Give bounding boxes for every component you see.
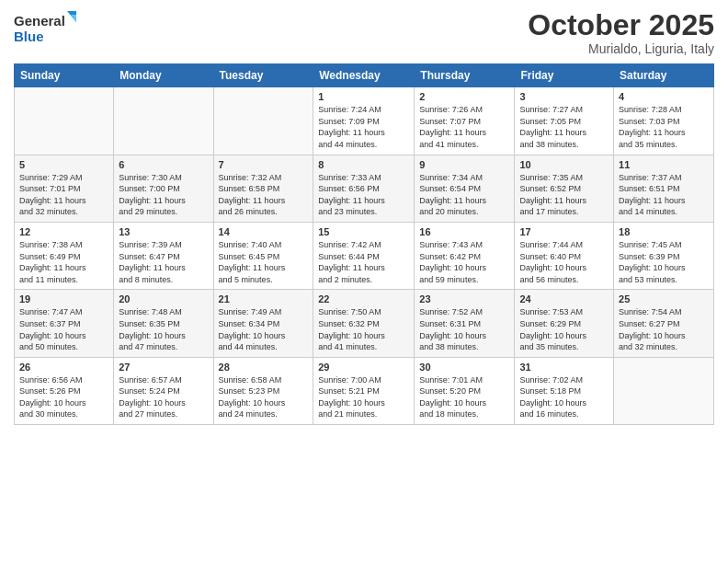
day-info: Sunrise: 7:44 AM Sunset: 6:40 PM Dayligh…: [519, 239, 609, 285]
day-number: 27: [119, 362, 208, 373]
day-number: 24: [519, 293, 609, 304]
day-number: 5: [19, 159, 108, 170]
day-info: Sunrise: 7:26 AM Sunset: 7:07 PM Dayligh…: [419, 104, 509, 150]
day-info: Sunrise: 7:00 AM Sunset: 5:21 PM Dayligh…: [318, 374, 409, 420]
day-number: 19: [19, 293, 108, 304]
day-info: Sunrise: 7:52 AM Sunset: 6:31 PM Dayligh…: [419, 306, 509, 352]
calendar-week-row: 19Sunrise: 7:47 AM Sunset: 6:37 PM Dayli…: [15, 290, 714, 357]
day-number: 31: [519, 362, 609, 373]
calendar-day-cell: 24Sunrise: 7:53 AM Sunset: 6:29 PM Dayli…: [515, 290, 614, 357]
day-info: Sunrise: 7:43 AM Sunset: 6:42 PM Dayligh…: [419, 239, 509, 285]
day-info: Sunrise: 7:38 AM Sunset: 6:49 PM Dayligh…: [19, 239, 108, 285]
day-number: 29: [318, 362, 409, 373]
calendar-day-cell: [213, 87, 313, 155]
day-number: 11: [619, 159, 709, 170]
calendar-header-row: SundayMondayTuesdayWednesdayThursdayFrid…: [15, 64, 714, 87]
day-number: 15: [318, 226, 409, 237]
day-info: Sunrise: 7:32 AM Sunset: 6:58 PM Dayligh…: [219, 172, 309, 218]
calendar-day-cell: 23Sunrise: 7:52 AM Sunset: 6:31 PM Dayli…: [415, 290, 515, 357]
title-block: October 2025 Murialdo, Liguria, Italy: [528, 9, 714, 56]
calendar-day-cell: 14Sunrise: 7:40 AM Sunset: 6:45 PM Dayli…: [213, 222, 313, 289]
calendar-table: SundayMondayTuesdayWednesdayThursdayFrid…: [14, 63, 714, 425]
logo: General Blue: [14, 9, 78, 46]
day-number: 21: [219, 293, 309, 304]
day-info: Sunrise: 7:54 AM Sunset: 6:27 PM Dayligh…: [619, 306, 709, 352]
calendar-header-cell: Wednesday: [313, 64, 415, 87]
calendar-day-cell: 9Sunrise: 7:34 AM Sunset: 6:54 PM Daylig…: [415, 155, 515, 222]
page-header: General Blue October 2025 Murialdo, Ligu…: [14, 9, 714, 56]
day-info: Sunrise: 7:45 AM Sunset: 6:39 PM Dayligh…: [619, 239, 709, 285]
calendar-header-cell: Monday: [114, 64, 213, 87]
day-number: 30: [419, 362, 509, 373]
day-number: 4: [619, 91, 709, 102]
day-number: 3: [519, 91, 609, 102]
calendar-day-cell: 27Sunrise: 6:57 AM Sunset: 5:24 PM Dayli…: [114, 357, 213, 424]
day-info: Sunrise: 7:40 AM Sunset: 6:45 PM Dayligh…: [219, 239, 309, 285]
day-info: Sunrise: 7:01 AM Sunset: 5:20 PM Dayligh…: [419, 374, 509, 420]
calendar-week-row: 5Sunrise: 7:29 AM Sunset: 7:01 PM Daylig…: [15, 155, 714, 222]
calendar-week-row: 1Sunrise: 7:24 AM Sunset: 7:09 PM Daylig…: [15, 87, 714, 155]
day-info: Sunrise: 7:29 AM Sunset: 7:01 PM Dayligh…: [19, 172, 108, 218]
logo-svg: General Blue: [14, 9, 78, 46]
day-number: 6: [119, 159, 208, 170]
calendar-day-cell: 21Sunrise: 7:49 AM Sunset: 6:34 PM Dayli…: [213, 290, 313, 357]
day-number: 28: [219, 362, 309, 373]
day-info: Sunrise: 7:27 AM Sunset: 7:05 PM Dayligh…: [519, 104, 609, 150]
calendar-week-row: 26Sunrise: 6:56 AM Sunset: 5:26 PM Dayli…: [15, 357, 714, 424]
calendar-day-cell: 11Sunrise: 7:37 AM Sunset: 6:51 PM Dayli…: [614, 155, 714, 222]
day-number: 2: [419, 91, 509, 102]
calendar-day-cell: 17Sunrise: 7:44 AM Sunset: 6:40 PM Dayli…: [515, 222, 614, 289]
calendar-body: 1Sunrise: 7:24 AM Sunset: 7:09 PM Daylig…: [15, 87, 714, 425]
day-info: Sunrise: 7:30 AM Sunset: 7:00 PM Dayligh…: [119, 172, 208, 218]
day-number: 25: [619, 293, 709, 304]
day-info: Sunrise: 7:47 AM Sunset: 6:37 PM Dayligh…: [19, 306, 108, 352]
calendar-header-cell: Thursday: [415, 64, 515, 87]
day-info: Sunrise: 7:49 AM Sunset: 6:34 PM Dayligh…: [219, 306, 309, 352]
day-info: Sunrise: 7:53 AM Sunset: 6:29 PM Dayligh…: [519, 306, 609, 352]
day-info: Sunrise: 7:42 AM Sunset: 6:44 PM Dayligh…: [318, 239, 409, 285]
day-number: 26: [19, 362, 108, 373]
svg-text:Blue: Blue: [14, 29, 44, 44]
calendar-header-cell: Sunday: [15, 64, 114, 87]
day-number: 8: [318, 159, 409, 170]
calendar-day-cell: [614, 357, 714, 424]
day-info: Sunrise: 7:34 AM Sunset: 6:54 PM Dayligh…: [419, 172, 509, 218]
calendar-header-cell: Friday: [515, 64, 614, 87]
calendar-header-cell: Tuesday: [213, 64, 313, 87]
calendar-day-cell: 4Sunrise: 7:28 AM Sunset: 7:03 PM Daylig…: [614, 87, 714, 155]
calendar-week-row: 12Sunrise: 7:38 AM Sunset: 6:49 PM Dayli…: [15, 222, 714, 289]
calendar-day-cell: 8Sunrise: 7:33 AM Sunset: 6:56 PM Daylig…: [313, 155, 415, 222]
calendar-day-cell: 16Sunrise: 7:43 AM Sunset: 6:42 PM Dayli…: [415, 222, 515, 289]
day-number: 1: [318, 91, 409, 102]
day-info: Sunrise: 6:58 AM Sunset: 5:23 PM Dayligh…: [219, 374, 309, 420]
calendar-day-cell: 15Sunrise: 7:42 AM Sunset: 6:44 PM Dayli…: [313, 222, 415, 289]
calendar-day-cell: 12Sunrise: 7:38 AM Sunset: 6:49 PM Dayli…: [15, 222, 114, 289]
day-number: 9: [419, 159, 509, 170]
calendar-day-cell: 7Sunrise: 7:32 AM Sunset: 6:58 PM Daylig…: [213, 155, 313, 222]
calendar-day-cell: 26Sunrise: 6:56 AM Sunset: 5:26 PM Dayli…: [15, 357, 114, 424]
calendar-day-cell: [114, 87, 213, 155]
day-info: Sunrise: 7:35 AM Sunset: 6:52 PM Dayligh…: [519, 172, 609, 218]
calendar-day-cell: 13Sunrise: 7:39 AM Sunset: 6:47 PM Dayli…: [114, 222, 213, 289]
calendar-day-cell: 29Sunrise: 7:00 AM Sunset: 5:21 PM Dayli…: [313, 357, 415, 424]
page-title: October 2025: [528, 9, 714, 41]
svg-text:General: General: [14, 13, 65, 29]
calendar-day-cell: 25Sunrise: 7:54 AM Sunset: 6:27 PM Dayli…: [614, 290, 714, 357]
day-number: 23: [419, 293, 509, 304]
day-info: Sunrise: 7:39 AM Sunset: 6:47 PM Dayligh…: [119, 239, 208, 285]
day-info: Sunrise: 6:57 AM Sunset: 5:24 PM Dayligh…: [119, 374, 208, 420]
day-info: Sunrise: 7:50 AM Sunset: 6:32 PM Dayligh…: [318, 306, 409, 352]
calendar-day-cell: 31Sunrise: 7:02 AM Sunset: 5:18 PM Dayli…: [515, 357, 614, 424]
day-info: Sunrise: 7:28 AM Sunset: 7:03 PM Dayligh…: [619, 104, 709, 150]
calendar-day-cell: 19Sunrise: 7:47 AM Sunset: 6:37 PM Dayli…: [15, 290, 114, 357]
day-number: 22: [318, 293, 409, 304]
page-subtitle: Murialdo, Liguria, Italy: [528, 41, 714, 56]
calendar-day-cell: 1Sunrise: 7:24 AM Sunset: 7:09 PM Daylig…: [313, 87, 415, 155]
day-info: Sunrise: 7:37 AM Sunset: 6:51 PM Dayligh…: [619, 172, 709, 218]
calendar-day-cell: 3Sunrise: 7:27 AM Sunset: 7:05 PM Daylig…: [515, 87, 614, 155]
day-number: 17: [519, 226, 609, 237]
calendar-day-cell: 5Sunrise: 7:29 AM Sunset: 7:01 PM Daylig…: [15, 155, 114, 222]
day-info: Sunrise: 7:33 AM Sunset: 6:56 PM Dayligh…: [318, 172, 409, 218]
day-number: 18: [619, 226, 709, 237]
calendar-day-cell: 6Sunrise: 7:30 AM Sunset: 7:00 PM Daylig…: [114, 155, 213, 222]
